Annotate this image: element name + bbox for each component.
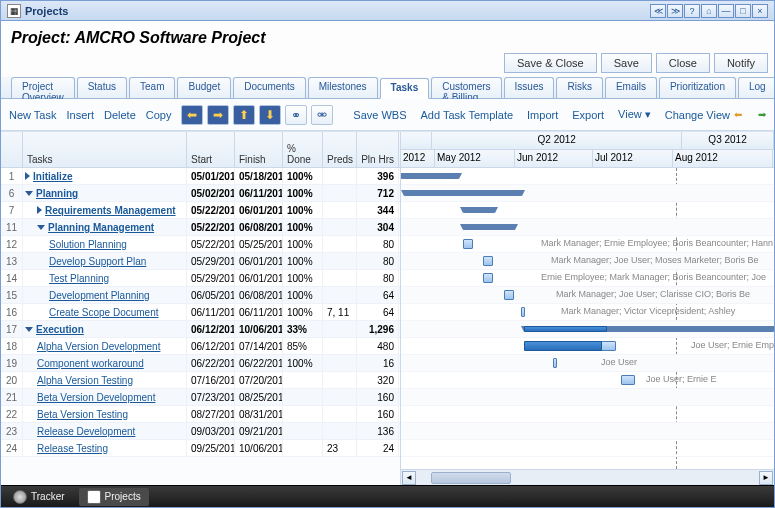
gantt-bar[interactable] — [504, 290, 514, 300]
scroll-thumb[interactable] — [431, 472, 511, 484]
task-link[interactable]: Develop Support Plan — [49, 256, 146, 267]
tab-project-overview[interactable]: Project Overview — [11, 77, 75, 98]
unlink-icon[interactable]: ⚮ — [311, 105, 333, 125]
task-link[interactable]: Test Planning — [49, 273, 109, 284]
toggle-icon[interactable] — [37, 225, 45, 230]
tab-prioritization[interactable]: Prioritization — [659, 77, 736, 98]
table-row[interactable]: 15Development Planning06/05/201206/08/20… — [1, 287, 400, 304]
tab-milestones[interactable]: Milestones — [308, 77, 378, 98]
scroll-left-icon[interactable]: ⬅ — [734, 109, 742, 120]
tab-tasks[interactable]: Tasks — [380, 78, 430, 99]
arrow-down-icon[interactable]: ⬇ — [259, 105, 281, 125]
save-close-button[interactable]: Save & Close — [504, 53, 597, 73]
table-row[interactable]: 1Initialize05/01/201205/18/2012100%396 — [1, 168, 400, 185]
task-link[interactable]: Solution Planning — [49, 239, 127, 250]
tab-log[interactable]: Log — [738, 77, 775, 98]
notify-button[interactable]: Notify — [714, 53, 768, 73]
tab-risks[interactable]: Risks — [556, 77, 602, 98]
task-link[interactable]: Execution — [36, 324, 84, 335]
gantt-bar[interactable] — [483, 256, 493, 266]
copy-link[interactable]: Copy — [146, 109, 172, 121]
scroll-right-btn[interactable]: ► — [759, 471, 773, 485]
task-link[interactable]: Planning Management — [48, 222, 154, 233]
taskbar-projects[interactable]: Projects — [79, 488, 149, 506]
toggle-icon[interactable] — [25, 191, 33, 196]
table-row[interactable]: 11Planning Management05/22/201206/08/201… — [1, 219, 400, 236]
task-link[interactable]: Initialize — [33, 171, 72, 182]
add-template-link[interactable]: Add Task Template — [421, 109, 514, 121]
task-link[interactable]: Requirements Management — [45, 205, 176, 216]
tab-documents[interactable]: Documents — [233, 77, 306, 98]
table-row[interactable]: 20Alpha Version Testing07/16/201207/20/2… — [1, 372, 400, 389]
table-row[interactable]: 16Create Scope Document06/11/201206/11/2… — [1, 304, 400, 321]
col-finish[interactable]: Finish — [235, 132, 283, 167]
nav-first-icon[interactable]: ≪ — [650, 4, 666, 18]
task-link[interactable]: Alpha Version Development — [37, 341, 160, 352]
toggle-icon[interactable] — [37, 206, 42, 214]
task-link[interactable]: Planning — [36, 188, 78, 199]
task-link[interactable]: Release Development — [37, 426, 135, 437]
tab-budget[interactable]: Budget — [177, 77, 231, 98]
toggle-icon[interactable] — [25, 172, 30, 180]
nav-last-icon[interactable]: ≫ — [667, 4, 683, 18]
gantt-bar[interactable] — [463, 207, 495, 213]
gantt-bar[interactable] — [401, 173, 459, 179]
table-row[interactable]: 22Beta Version Testing08/27/201208/31/20… — [1, 406, 400, 423]
col-pln[interactable]: Pln Hrs — [357, 132, 399, 167]
link-icon[interactable]: ⚭ — [285, 105, 307, 125]
toggle-icon[interactable] — [25, 327, 33, 332]
col-tasks[interactable]: Tasks — [23, 132, 187, 167]
tab-emails[interactable]: Emails — [605, 77, 657, 98]
table-row[interactable]: 21Beta Version Development07/23/201208/2… — [1, 389, 400, 406]
table-row[interactable]: 23Release Development09/03/201209/21/201… — [1, 423, 400, 440]
table-row[interactable]: 13Develop Support Plan05/29/201206/01/20… — [1, 253, 400, 270]
col-done[interactable]: % Done — [283, 132, 323, 167]
help-icon[interactable]: ? — [684, 4, 700, 18]
table-row[interactable]: 14Test Planning05/29/201206/01/2012100%8… — [1, 270, 400, 287]
table-row[interactable]: 19Component workaround06/22/201206/22/20… — [1, 355, 400, 372]
gantt-bar[interactable] — [463, 239, 473, 249]
minimize-icon[interactable]: — — [718, 4, 734, 18]
task-link[interactable]: Component workaround — [37, 358, 144, 369]
task-link[interactable]: Release Testing — [37, 443, 108, 454]
view-dropdown[interactable]: View ▾ — [618, 108, 651, 121]
task-link[interactable]: Create Scope Document — [49, 307, 159, 318]
table-row[interactable]: 7Requirements Management05/22/201206/01/… — [1, 202, 400, 219]
arrow-left-icon[interactable]: ⬅ — [181, 105, 203, 125]
scroll-left-btn[interactable]: ◄ — [402, 471, 416, 485]
export-link[interactable]: Export — [572, 109, 604, 121]
gantt-bar[interactable] — [483, 273, 493, 283]
gantt-bar[interactable] — [621, 375, 635, 385]
gantt-bar[interactable] — [553, 358, 557, 368]
home-icon[interactable]: ⌂ — [701, 4, 717, 18]
gantt-bar[interactable] — [463, 224, 515, 230]
task-link[interactable]: Alpha Version Testing — [37, 375, 133, 386]
scroll-right-icon[interactable]: ➡ — [758, 109, 766, 120]
import-link[interactable]: Import — [527, 109, 558, 121]
tab-issues[interactable]: Issues — [504, 77, 555, 98]
gantt-bar[interactable] — [521, 307, 525, 317]
table-row[interactable]: 12Solution Planning05/22/201205/25/20121… — [1, 236, 400, 253]
table-row[interactable]: 17Execution06/12/201210/06/201233%1,296 — [1, 321, 400, 338]
maximize-icon[interactable]: □ — [735, 4, 751, 18]
table-row[interactable]: 6Planning05/02/201206/11/2012100%712 — [1, 185, 400, 202]
tab-team[interactable]: Team — [129, 77, 175, 98]
arrow-right-icon[interactable]: ➡ — [207, 105, 229, 125]
col-start[interactable]: Start — [187, 132, 235, 167]
table-row[interactable]: 18Alpha Version Development06/12/201207/… — [1, 338, 400, 355]
tab-status[interactable]: Status — [77, 77, 127, 98]
new-task-link[interactable]: New Task — [9, 109, 56, 121]
task-link[interactable]: Development Planning — [49, 290, 150, 301]
save-button[interactable]: Save — [601, 53, 652, 73]
gantt-bar[interactable] — [404, 190, 522, 196]
gantt-scrollbar[interactable]: ◄ ► — [401, 469, 774, 485]
save-wbs-link[interactable]: Save WBS — [353, 109, 406, 121]
task-link[interactable]: Beta Version Testing — [37, 409, 128, 420]
table-row[interactable]: 24Release Testing09/25/201210/06/2012232… — [1, 440, 400, 457]
delete-link[interactable]: Delete — [104, 109, 136, 121]
close-icon[interactable]: × — [752, 4, 768, 18]
task-link[interactable]: Beta Version Development — [37, 392, 155, 403]
arrow-up-icon[interactable]: ⬆ — [233, 105, 255, 125]
close-button[interactable]: Close — [656, 53, 710, 73]
tab-customers-billing[interactable]: Customers & Billing — [431, 77, 501, 98]
